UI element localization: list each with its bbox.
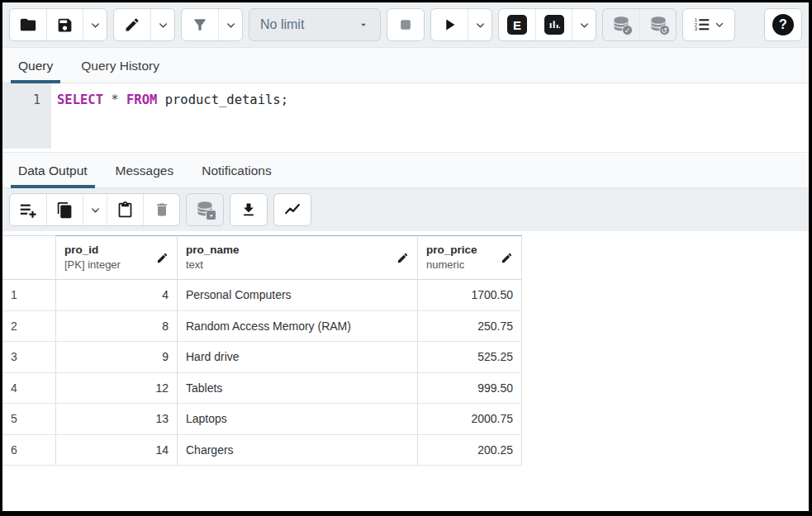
download-button-group [230,193,268,226]
copy-icon [56,201,74,219]
save-dropdown-button[interactable] [83,9,107,40]
edit-button[interactable] [114,9,150,40]
row-number-cell[interactable]: 4 [2,373,56,405]
cell-pro_name[interactable]: Hard drive [178,342,418,373]
save-data-button-group: ▪ [186,193,224,226]
tab-notifications[interactable]: Notifications [194,153,278,188]
save-file-button[interactable] [46,9,83,40]
paste-button[interactable] [107,194,143,225]
tab-data-output[interactable]: Data Output [11,153,95,188]
edit-column-icon[interactable] [397,252,409,264]
row-number-cell[interactable]: 2 [2,311,56,343]
chevron-down-icon [579,20,590,31]
column-type: [PK] integer [64,258,121,273]
row-number-cell[interactable]: 3 [2,342,56,373]
execute-button[interactable] [431,9,468,40]
cell-pro_name[interactable]: Chargers [178,435,418,466]
cell-pro_name[interactable]: Tablets [178,373,418,405]
row-number-cell[interactable]: 5 [2,404,56,435]
edit-dropdown-button[interactable] [150,9,174,40]
sql-identifier: product_details; [157,92,288,107]
chevron-down-icon [226,20,236,31]
editor-gutter: 1 [2,83,51,149]
row-number-cell[interactable]: 6 [2,435,56,466]
transaction-button-group: ✓ ↺ [602,8,677,41]
select-all-corner-cell[interactable] [2,235,56,280]
edit-column-icon[interactable] [501,252,513,264]
execute-button-group [430,8,492,41]
execute-dropdown-button[interactable] [468,9,491,40]
explain-button[interactable]: E [499,9,535,40]
cell-pro_id[interactable]: 12 [56,373,178,405]
stop-button[interactable] [387,9,424,40]
download-csv-icon [240,201,257,218]
column-header-pro_id[interactable]: pro_id[PK] integer [56,235,178,280]
cell-pro_id[interactable]: 13 [56,404,178,435]
column-header-text: pro_id[PK] integer [64,242,121,273]
filter-button[interactable] [182,9,218,40]
cell-pro_price[interactable]: 200.25 [418,435,522,466]
column-header-text: pro_nametext [186,242,240,273]
cell-pro_price[interactable]: 999.50 [418,373,522,405]
tab-messages[interactable]: Messages [108,153,182,188]
column-header-pro_name[interactable]: pro_nametext [178,235,418,280]
cell-pro_id[interactable]: 14 [56,435,178,466]
help-button-group: ? [764,8,802,41]
add-row-icon [19,201,37,219]
cell-pro_price[interactable]: 525.25 [418,342,522,373]
save-file-icon [56,17,74,34]
tab-query-history[interactable]: Query History [74,48,167,83]
sql-keyword: FROM [126,92,157,107]
explain-analyze-button[interactable] [535,9,572,40]
save-data-changes-button[interactable]: ▪ [187,194,223,225]
copy-button[interactable] [46,194,83,225]
cell-pro_price[interactable]: 250.75 [418,311,522,343]
macros-button[interactable]: 123 [683,9,734,40]
row-limit-value: No limit [260,17,304,32]
macros-list-icon: 123 [693,16,711,34]
table-row: 14Personal Computers1700.50 [2,280,522,311]
commit-button[interactable]: ✓ [603,9,639,40]
graph-visualiser-button[interactable] [274,194,311,225]
column-header-pro_price[interactable]: pro_pricenumeric [418,235,522,280]
row-number-cell[interactable]: 1 [2,280,56,311]
column-name: pro_id [64,242,121,258]
sql-editor[interactable]: 1 SELECT * FROM product_details; [2,83,809,149]
edit-column-icon[interactable] [156,252,169,264]
filter-dropdown-button[interactable] [218,9,242,40]
help-button[interactable]: ? [765,9,801,40]
cell-pro_price[interactable]: 1700.50 [418,280,522,311]
cell-pro_name[interactable]: Laptops [178,404,418,435]
column-name: pro_name [186,242,240,258]
tab-query[interactable]: Query [11,48,60,83]
edit-button-group [113,8,175,41]
chevron-down-icon [158,20,169,31]
query-tool-window: No limit [2,2,809,511]
cell-pro_price[interactable]: 2000.75 [418,404,522,435]
results-toolbar: ▪ [2,188,809,231]
row-limit-select[interactable]: No limit [249,8,381,41]
delete-row-button[interactable] [143,194,179,225]
results-tab-bar: Data Output Messages Notifications [2,153,809,188]
cell-pro_id[interactable]: 4 [56,280,178,311]
screenshot-frame: No limit [0,0,812,516]
undo-badge-icon: ↺ [659,25,670,36]
explain-button-group: E [498,8,596,41]
download-csv-button[interactable] [230,194,267,225]
copy-dropdown-button[interactable] [83,194,107,225]
explain-dropdown-button[interactable] [572,9,596,40]
cell-pro_name[interactable]: Personal Computers [178,280,418,311]
filter-icon [192,17,208,33]
edit-pencil-icon [124,17,140,33]
cell-pro_name[interactable]: Random Access Memory (RAM) [178,311,418,343]
rollback-button[interactable]: ↺ [639,9,676,40]
table-row: 28Random Access Memory (RAM)250.75 [2,311,522,343]
table-row: 412Tablets999.50 [2,373,522,405]
query-tab-bar: Query Query History [2,48,809,83]
save-badge-icon: ▪ [206,210,216,220]
sql-code-line[interactable]: SELECT * FROM product_details; [51,83,809,149]
cell-pro_id[interactable]: 9 [56,342,178,373]
add-row-button[interactable] [10,194,46,225]
open-file-button[interactable] [10,9,46,40]
cell-pro_id[interactable]: 8 [56,311,178,343]
